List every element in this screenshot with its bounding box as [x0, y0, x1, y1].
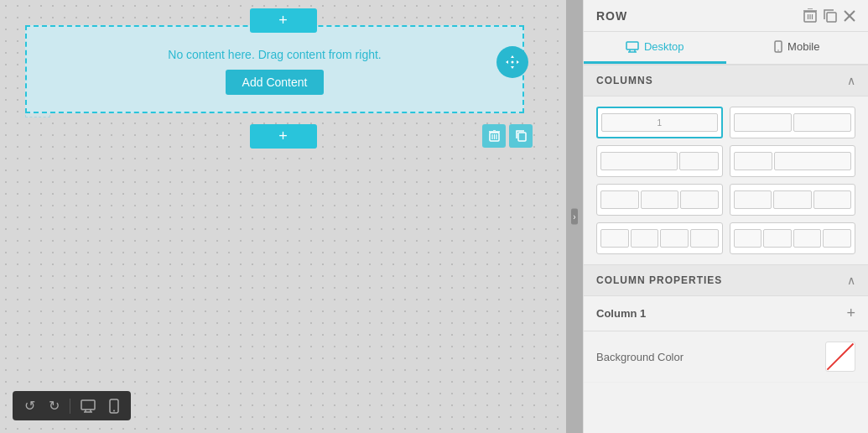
right-panel: ROW	[583, 0, 868, 433]
tab-desktop-label: Desktop	[644, 40, 684, 53]
svg-rect-8	[81, 400, 95, 410]
add-row-bottom-button[interactable]: +	[250, 124, 317, 149]
columns-section-header: COLUMNS ∧	[584, 65, 868, 97]
col-layout-5[interactable]	[730, 222, 856, 254]
tab-desktop[interactable]: Desktop	[584, 32, 726, 64]
col-layout-3b[interactable]	[730, 145, 856, 177]
col-cell	[690, 229, 719, 248]
redo-button[interactable]: ↻	[45, 396, 63, 415]
columns-section-title: COLUMNS	[596, 75, 653, 86]
add-content-button[interactable]: Add Content	[226, 70, 325, 95]
column-1-title: Column 1	[596, 307, 646, 320]
toolbar-divider	[70, 399, 70, 414]
col-cell	[600, 190, 639, 209]
col-cell	[600, 152, 678, 170]
col-cell	[793, 229, 822, 248]
svg-rect-20	[827, 13, 836, 22]
col-cell	[734, 229, 762, 248]
col-layout-4eq[interactable]	[596, 222, 723, 254]
col-cell: 1	[601, 113, 718, 132]
row-content: No content here. Drag content from right…	[35, 35, 514, 103]
copy-row-button[interactable]	[509, 124, 533, 148]
svg-rect-23	[626, 42, 638, 50]
column-properties-toggle[interactable]: ∧	[847, 274, 855, 287]
column-add-button[interactable]: +	[846, 305, 855, 322]
background-color-label: Background Color	[596, 351, 683, 363]
col-layout-4[interactable]	[730, 184, 856, 216]
svg-rect-7	[518, 133, 526, 141]
col-cell	[641, 190, 679, 209]
col-layout-1[interactable]: 1	[596, 107, 723, 138]
row-container: No content here. Drag content from right…	[25, 25, 524, 113]
column-properties-section-header: COLUMN PROPERTIES ∧	[584, 264, 868, 296]
col-cell	[660, 229, 689, 248]
bottom-toolbar: ↺ ↻	[13, 391, 131, 420]
tab-mobile-label: Mobile	[787, 40, 819, 53]
col-cell	[773, 190, 812, 209]
move-icon[interactable]	[496, 46, 528, 78]
col-cell	[774, 152, 851, 170]
svg-point-28	[777, 50, 779, 51]
panel-header: ROW	[584, 0, 868, 32]
delete-panel-button[interactable]	[803, 8, 817, 23]
col-cell	[600, 229, 629, 248]
panel-collapse-handle[interactable]: ›	[566, 0, 583, 433]
col-cell	[631, 229, 659, 248]
svg-point-13	[113, 410, 115, 411]
col-layout-3eq[interactable]	[596, 184, 723, 216]
col-layout-3a[interactable]	[596, 145, 723, 177]
col-cell	[679, 152, 719, 170]
undo-button[interactable]: ↺	[21, 396, 39, 415]
canvas-area: + No content here. Drag content from rig…	[0, 0, 566, 433]
col-cell	[793, 113, 851, 132]
delete-row-button[interactable]	[482, 124, 506, 148]
copy-panel-button[interactable]	[824, 9, 837, 23]
column-properties-section: Column 1 + Background Color	[584, 296, 868, 383]
background-color-row: Background Color	[584, 331, 868, 383]
col-cell	[813, 190, 852, 209]
column-1-header: Column 1 +	[584, 296, 868, 331]
row-actions	[482, 124, 533, 148]
close-panel-button[interactable]	[844, 10, 855, 22]
col-cell	[823, 229, 851, 248]
col-cell	[734, 113, 792, 132]
col-cell	[763, 229, 792, 248]
col-cell	[680, 190, 719, 209]
col-cell	[734, 152, 773, 170]
background-color-swatch[interactable]	[825, 342, 855, 372]
svg-point-0	[512, 61, 514, 64]
col-cell	[734, 190, 772, 209]
tabs-row: Desktop Mobile	[584, 32, 868, 65]
tab-mobile[interactable]: Mobile	[726, 32, 869, 64]
desktop-view-button[interactable]	[77, 398, 99, 415]
panel-header-actions	[803, 8, 855, 23]
collapse-button[interactable]: ›	[571, 209, 577, 225]
add-row-top-button[interactable]: +	[250, 8, 317, 33]
col-layout-2[interactable]	[730, 107, 856, 138]
columns-section-toggle[interactable]: ∧	[847, 74, 855, 87]
mobile-view-button[interactable]	[106, 397, 122, 415]
color-swatch-slash-indicator	[826, 342, 855, 371]
columns-grid: 1	[584, 97, 868, 264]
no-content-text: No content here. Drag content from right…	[168, 48, 381, 61]
panel-title: ROW	[596, 9, 627, 23]
column-properties-title: COLUMN PROPERTIES	[596, 274, 722, 286]
